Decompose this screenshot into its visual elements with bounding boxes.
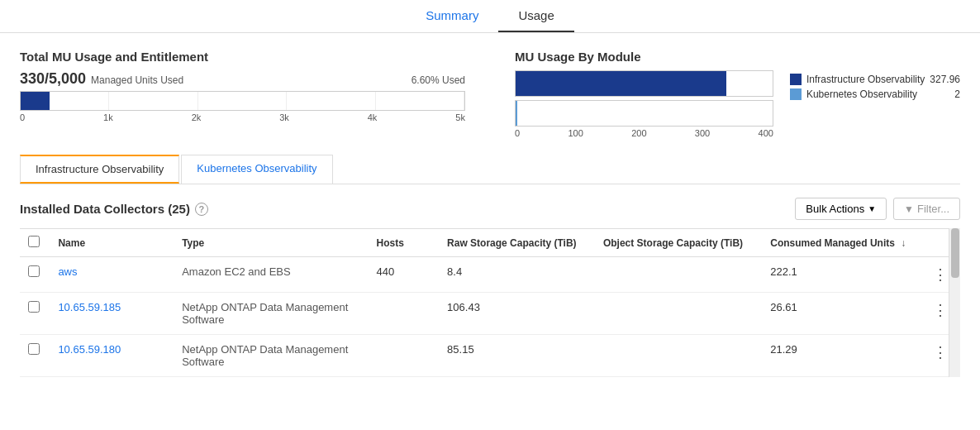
table-row: 10.65.59.180 NetApp ONTAP Data Managemen…: [20, 335, 960, 377]
row-consumed-0: 222.1: [762, 257, 925, 293]
rbl-0: 0: [515, 128, 520, 138]
legend-val-2: 2: [954, 88, 960, 100]
right-bar-track-2: [515, 100, 773, 127]
col-header-hosts: Hosts: [369, 229, 440, 257]
rbl-400: 400: [759, 128, 773, 138]
row-consumed-2: 21.29: [762, 335, 925, 377]
table-actions: Bulk Actions ▼ ▼ Filter...: [795, 198, 960, 220]
row-raw-2: 85.15: [439, 335, 595, 377]
row-checkbox-cell-2: [20, 335, 50, 377]
left-chart-title: Total MU Usage and Entitlement: [20, 50, 465, 64]
table-row: aws Amazon EC2 and EBS 440 8.4 222.1 ⋮: [20, 257, 960, 293]
bar-labels: 0 1k 2k 3k 4k 5k: [20, 112, 465, 122]
row-menu-dots-1[interactable]: ⋮: [933, 302, 949, 318]
tab-summary[interactable]: Summary: [406, 0, 498, 32]
chart-legend: Infrastructure Observability 327.96 Kube…: [790, 70, 960, 138]
top-tabs-container: Summary Usage: [0, 0, 980, 33]
data-table: Name Type Hosts Raw Storage Capacity (Ti…: [20, 228, 960, 377]
table-body: aws Amazon EC2 and EBS 440 8.4 222.1 ⋮ 1…: [20, 257, 960, 377]
legend-item-2: Kubernetes Observability 2: [790, 88, 960, 100]
row-name-1[interactable]: 10.65.59.185: [50, 293, 174, 335]
right-bar-labels: 0 100 200 300 400: [515, 128, 773, 138]
filter-button[interactable]: ▼ Filter...: [893, 198, 960, 220]
row-checkbox-cell-0: [20, 257, 50, 293]
tab-usage[interactable]: Usage: [498, 0, 573, 32]
bar-label-0: 0: [20, 112, 25, 122]
col-header-consumed[interactable]: Consumed Managed Units ↓: [762, 229, 925, 257]
row-name-0[interactable]: aws: [50, 257, 174, 293]
right-bar-track-1: [515, 70, 773, 97]
table-title-text: Installed Data Collectors (25): [20, 202, 190, 216]
col-header-type: Type: [174, 229, 368, 257]
table-header-row: Installed Data Collectors (25) ? Bulk Ac…: [20, 198, 960, 220]
row-checkbox-cell-1: [20, 293, 50, 335]
select-all-checkbox[interactable]: [28, 236, 40, 247]
main-content: Total MU Usage and Entitlement 330/5,000…: [0, 33, 980, 377]
left-bar-track: [20, 91, 465, 111]
bar-label-2k: 2k: [192, 112, 202, 122]
row-name-2[interactable]: 10.65.59.180: [50, 335, 174, 377]
row-obj-0: [595, 257, 762, 293]
sub-tab-infra[interactable]: Infrastructure Observability: [20, 155, 179, 184]
filter-placeholder: Filter...: [917, 203, 949, 215]
right-chart-section: MU Usage By Module 0 100 200 300 400: [515, 50, 960, 138]
row-checkbox-2[interactable]: [28, 343, 40, 355]
col-header-name: Name: [50, 229, 174, 257]
row-type-2: NetApp ONTAP Data Management Software: [174, 335, 368, 377]
row-obj-2: [595, 335, 762, 377]
bar-label-1k: 1k: [103, 112, 113, 122]
legend-label-2: Kubernetes Observability: [806, 88, 949, 100]
col-header-raw: Raw Storage Capacity (TiB): [439, 229, 595, 257]
right-chart-wrapper: 0 100 200 300 400 Infrastructure Observa…: [515, 70, 960, 138]
usage-value: 330/5,000: [20, 70, 86, 88]
bar-label-4k: 4k: [368, 112, 378, 122]
grid-line-2: [109, 92, 197, 110]
grid-line-4: [287, 92, 375, 110]
right-bar-fill-2: [516, 101, 517, 126]
table-wrapper: Name Type Hosts Raw Storage Capacity (Ti…: [20, 228, 960, 377]
right-chart-title: MU Usage By Module: [515, 50, 960, 64]
row-obj-1: [595, 293, 762, 335]
charts-row: Total MU Usage and Entitlement 330/5,000…: [20, 50, 960, 138]
legend-color-2: [790, 88, 802, 100]
row-checkbox-0[interactable]: [28, 265, 40, 277]
legend-color-1: [790, 74, 802, 85]
help-icon[interactable]: ?: [195, 203, 208, 216]
usage-label: Managed Units Used: [91, 74, 183, 86]
sub-tab-k8s[interactable]: Kubernetes Observability: [181, 155, 332, 184]
usage-percent: 6.60% Used: [412, 74, 465, 86]
sort-icon: ↓: [901, 237, 906, 249]
col-consumed-label: Consumed Managed Units: [770, 237, 895, 249]
scrollbar-thumb[interactable]: [951, 228, 959, 278]
row-hosts-1: [369, 293, 440, 335]
table-header-row-el: Name Type Hosts Raw Storage Capacity (Ti…: [20, 229, 960, 257]
row-consumed-1: 26.61: [762, 293, 925, 335]
scrollbar-track[interactable]: [949, 228, 960, 377]
row-menu-dots-0[interactable]: ⋮: [933, 266, 949, 283]
legend-label-1: Infrastructure Observability: [806, 74, 925, 85]
table-title: Installed Data Collectors (25) ?: [20, 202, 208, 216]
rbl-200: 200: [631, 128, 646, 138]
right-chart-bars: 0 100 200 300 400: [515, 70, 773, 138]
grid-line-3: [198, 92, 287, 110]
rbl-300: 300: [695, 128, 710, 138]
table-row: 10.65.59.185 NetApp ONTAP Data Managemen…: [20, 293, 960, 335]
row-type-1: NetApp ONTAP Data Management Software: [174, 293, 368, 335]
rbl-100: 100: [568, 128, 583, 138]
right-bar-fill-1: [516, 71, 726, 96]
row-raw-0: 8.4: [439, 257, 595, 293]
bulk-actions-button[interactable]: Bulk Actions ▼: [795, 198, 887, 220]
row-checkbox-1[interactable]: [28, 301, 40, 313]
col-header-obj: Object Storage Capacity (TiB): [595, 229, 762, 257]
row-raw-1: 106.43: [439, 293, 595, 335]
grid-line-5: [376, 92, 464, 110]
bulk-actions-label: Bulk Actions: [806, 203, 864, 215]
row-hosts-0: 440: [369, 257, 440, 293]
legend-item-1: Infrastructure Observability 327.96: [790, 74, 960, 85]
left-bar-fill: [21, 92, 50, 110]
usage-header: 330/5,000 Managed Units Used 6.60% Used: [20, 70, 465, 88]
sub-tabs: Infrastructure Observability Kubernetes …: [20, 155, 960, 184]
filter-icon: ▼: [904, 203, 914, 215]
row-menu-dots-2[interactable]: ⋮: [933, 344, 949, 361]
col-header-checkbox: [20, 229, 50, 257]
